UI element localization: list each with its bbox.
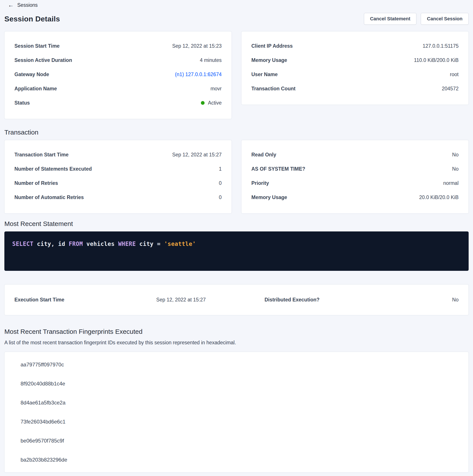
statements-executed-label: Number of Statements Executed (15, 166, 92, 172)
session-start-time-row: Session Start Time Sep 12, 2022 at 15:23 (15, 39, 222, 53)
gateway-node-row: Gateway Node (n1) 127.0.0.1:62674 (15, 67, 222, 82)
fingerprints-description: A list of the most recent transaction fi… (4, 340, 469, 346)
session-active-duration-row: Session Active Duration 4 minutes (15, 53, 222, 67)
header-actions: Cancel Statement Cancel Session (364, 13, 469, 25)
status-row: Status Active (15, 96, 222, 110)
sql-keyword: SELECT (12, 241, 33, 247)
distributed-execution-label: Distributed Execution? (264, 297, 320, 303)
fingerprint-id: be06e9570f785c9f (20, 431, 458, 450)
transaction-start-time-row: Transaction Start Time Sep 12, 2022 at 1… (15, 148, 222, 162)
status-badge: Active (201, 100, 222, 106)
distributed-execution-value: No (452, 297, 458, 303)
status-value: Active (208, 100, 222, 106)
read-only-value: No (452, 152, 458, 158)
fingerprint-id: 73fe26034bd6e6c1 (20, 412, 458, 431)
fingerprints-section-title: Most Recent Transaction Fingerprints Exe… (4, 328, 469, 335)
page-header: Session Details Cancel Statement Cancel … (4, 13, 469, 25)
fingerprint-id: ba2b203b823296de (20, 450, 458, 469)
status-active-dot-icon (201, 101, 205, 105)
transaction-count-label: Transaction Count (251, 86, 295, 92)
sql-string-literal: 'seattle' (164, 241, 196, 247)
as-of-system-time-row: AS OF SYSTEM TIME? No (251, 162, 458, 176)
priority-label: Priority (251, 180, 269, 186)
sql-statement-box: SELECT city, id FROM vehicles WHERE city… (4, 231, 469, 271)
read-only-row: Read Only No (251, 148, 458, 162)
cancel-session-button[interactable]: Cancel Session (421, 13, 469, 25)
transaction-card-left: Transaction Start Time Sep 12, 2022 at 1… (4, 140, 232, 214)
gateway-node-label: Gateway Node (15, 71, 49, 77)
application-name-label: Application Name (15, 86, 57, 92)
user-name-row: User Name root (251, 67, 458, 82)
sql-text: city = (136, 241, 164, 247)
transaction-memory-usage-row: Memory Usage 20.0 KiB/20.0 KiB (251, 190, 458, 204)
statements-executed-value: 1 (219, 166, 222, 172)
automatic-retries-value: 0 (219, 194, 222, 200)
as-of-system-time-label: AS OF SYSTEM TIME? (251, 166, 305, 172)
session-start-time-label: Session Start Time (15, 43, 60, 49)
retries-label: Number of Retries (15, 180, 58, 186)
client-ip-value: 127.0.0.1:51175 (423, 43, 458, 49)
session-active-duration-label: Session Active Duration (15, 57, 72, 63)
execution-start-time-label: Execution Start Time (15, 297, 64, 303)
transaction-count-row: Transaction Count 204572 (251, 82, 458, 96)
user-name-value: root (450, 71, 458, 77)
sql-keyword: FROM (69, 241, 83, 247)
application-name-row: Application Name movr (15, 82, 222, 96)
gateway-node-link[interactable]: (n1) 127.0.0.1:62674 (175, 71, 222, 77)
application-name-value: movr (211, 86, 222, 92)
session-memory-usage-value: 110.0 KiB/200.0 KiB (414, 57, 458, 63)
priority-value: normal (443, 180, 458, 186)
automatic-retries-row: Number of Automatic Retries 0 (15, 190, 222, 204)
transaction-grid: Transaction Start Time Sep 12, 2022 at 1… (4, 140, 469, 214)
status-label: Status (15, 100, 30, 106)
automatic-retries-label: Number of Automatic Retries (15, 194, 84, 200)
transaction-section-title: Transaction (4, 129, 469, 136)
session-start-time-value: Sep 12, 2022 at 15:23 (172, 43, 222, 49)
sql-text: city, id (33, 241, 69, 247)
client-ip-row: Client IP Address 127.0.0.1:51175 (251, 39, 458, 53)
most-recent-statement-title: Most Recent Statement (4, 220, 469, 227)
retries-row: Number of Retries 0 (15, 176, 222, 190)
session-memory-usage-row: Memory Usage 110.0 KiB/200.0 KiB (251, 53, 458, 67)
user-name-label: User Name (251, 71, 277, 77)
session-summary-grid: Session Start Time Sep 12, 2022 at 15:23… (4, 31, 469, 119)
fingerprint-id: aa79775ff097970c (20, 355, 458, 374)
session-summary-card-left: Session Start Time Sep 12, 2022 at 15:23… (4, 31, 232, 119)
transaction-memory-usage-label: Memory Usage (251, 194, 287, 200)
statements-executed-row: Number of Statements Executed 1 (15, 162, 222, 176)
breadcrumb-label: Sessions (17, 2, 38, 8)
retries-value: 0 (219, 180, 222, 186)
page-title: Session Details (4, 15, 60, 23)
back-arrow-icon: ← (8, 2, 14, 8)
execution-card: Execution Start Time Sep 12, 2022 at 15:… (4, 284, 469, 315)
sql-text: vehicles (83, 241, 118, 247)
transaction-memory-usage-value: 20.0 KiB/20.0 KiB (419, 194, 458, 200)
execution-start-time-value: Sep 12, 2022 at 15:27 (156, 297, 206, 303)
breadcrumb-back-sessions[interactable]: ← Sessions (8, 2, 38, 8)
client-ip-label: Client IP Address (251, 43, 293, 49)
transaction-start-time-value: Sep 12, 2022 at 15:27 (172, 152, 222, 158)
priority-row: Priority normal (251, 176, 458, 190)
fingerprint-id: 8f920c40d88b1c4e (20, 374, 458, 393)
fingerprint-id: 8d4ae61a5fb3ce2a (20, 393, 458, 412)
session-active-duration-value: 4 minutes (200, 57, 222, 63)
read-only-label: Read Only (251, 152, 276, 158)
session-memory-usage-label: Memory Usage (251, 57, 287, 63)
transaction-card-right: Read Only No AS OF SYSTEM TIME? No Prior… (241, 140, 469, 214)
as-of-system-time-value: No (452, 166, 458, 172)
sql-keyword: WHERE (118, 241, 136, 247)
transaction-start-time-label: Transaction Start Time (15, 152, 69, 158)
fingerprints-card: aa79775ff097970c 8f920c40d88b1c4e 8d4ae6… (4, 352, 469, 473)
session-summary-card-right: Client IP Address 127.0.0.1:51175 Memory… (241, 31, 469, 105)
sql-statement: SELECT city, id FROM vehicles WHERE city… (12, 241, 461, 247)
cancel-statement-button[interactable]: Cancel Statement (364, 13, 417, 25)
session-details-page: ← Sessions Session Details Cancel Statem… (0, 0, 473, 473)
transaction-count-value: 204572 (442, 86, 458, 92)
